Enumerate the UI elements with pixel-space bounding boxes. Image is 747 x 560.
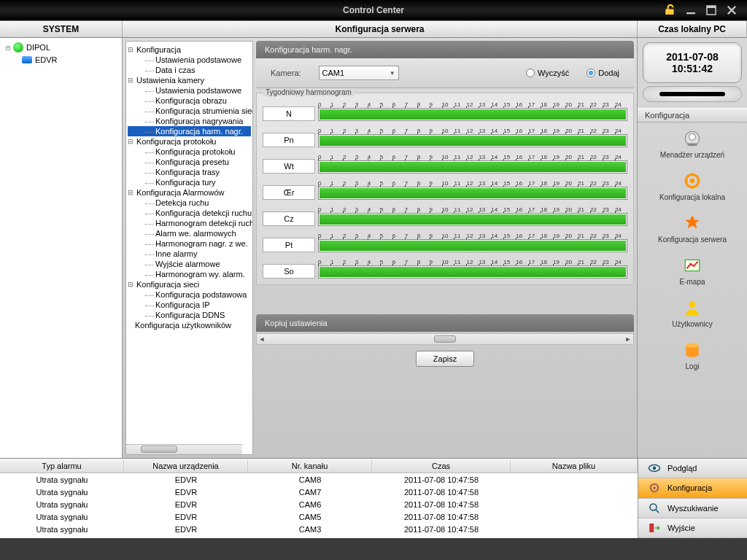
save-button[interactable]: Zapisz [416,351,474,367]
config-tree-item[interactable]: Konfiguracja harm. nagr. [128,126,251,136]
schedule-fill [320,136,626,146]
camera-value: CAM1 [322,69,345,77]
config-tree-label: Konfiguracja protokołu [155,147,235,156]
schedule-title: Tygodniowy harmonogram [263,88,355,96]
nav-preview[interactable]: Podgląd [638,459,747,478]
config-tree-item[interactable]: Ustawienia podstawowe [128,85,251,96]
config-tree-item[interactable]: Harmonogram wy. alarm. [128,269,251,279]
config-tree-item[interactable]: Ustawienia kamery [128,75,251,85]
config-tree-item[interactable]: Harmonogram nagr. z we. [128,238,251,249]
log-h1: Typ alarmu [0,460,124,472]
nav-exit[interactable]: Wyjście [638,518,747,538]
config-tree-item[interactable]: Konfiguracja trasy [128,167,251,177]
config-tree-item[interactable]: Konfiguracja DDNS [128,310,251,320]
log-row[interactable]: Utrata sygnałuEDVRCAM52011-07-08 10:47:5… [0,510,638,523]
nav-label: Konfiguracja [667,483,712,492]
config-tree-label: Konfiguracja trasy [155,168,220,176]
schedule-track[interactable] [318,213,627,226]
log-row[interactable]: Utrata sygnałuEDVRCAM62011-07-08 10:47:5… [0,498,638,510]
config-tree-item[interactable]: Ustawienia podstawowe [128,55,251,65]
config-tree-item[interactable]: Konfiguracja nagrywania [128,116,251,126]
config-tree-item[interactable]: Konfiguracja obrazu [128,96,251,106]
log-cell: Utrata sygnału [0,499,124,510]
schedule-box: Tygodniowy harmonogram N0123456789101112… [256,93,634,285]
config-tree-item[interactable]: Konfiguracja tury [128,177,251,187]
schedule-day-row: Wt01234567891011121314151617181920212223… [263,150,627,174]
schedule-track[interactable] [318,108,627,121]
config-tree-label: Data i czas [155,66,195,74]
schedule-track[interactable] [318,239,627,252]
server-config-icon [682,213,703,233]
maximize-icon[interactable] [705,4,718,17]
device-child[interactable]: EDVR [3,54,119,66]
log-cell: Utrata sygnału [0,524,124,535]
schedule-fill [320,109,626,120]
config-tree-label: Konfiguracja podstawowa [155,290,247,299]
rp-item-server-config[interactable]: Konfiguracja serwera [638,207,747,249]
config-tree-item[interactable]: Konfiguracja IP [128,300,251,310]
schedule-day-row: Pt01234567891011121314151617181920212223… [263,229,627,252]
hour-ticks: 0123456789101112131415161718192021222324 [318,257,627,265]
log-cell: CAM3 [248,524,372,535]
scroll-left-icon[interactable]: ◄ [257,335,267,343]
minimize-icon[interactable] [684,4,697,17]
config-tree-item[interactable]: Harmonogram detekcji ruchu [128,218,251,228]
close-icon[interactable] [725,4,738,17]
rp-item-device-manager[interactable]: Menadżer urządzeń [638,122,747,165]
nav-label: Wyjście [667,524,695,532]
config-tree-item[interactable]: Detekcja ruchu [128,198,251,208]
rp-item-emap[interactable]: E-mapa [638,249,747,292]
schedule-track[interactable] [318,134,627,147]
config-tree-item[interactable]: Wyjście alarmowe [128,259,251,269]
config-tree-label: Konfiguracja Alarmowów [136,188,224,197]
radio-clear-label: Wyczyść [538,69,569,77]
log-row[interactable]: Utrata sygnałuEDVRCAM32011-07-08 10:47:5… [0,523,638,535]
radio-clear[interactable]: Wyczyść [526,69,569,77]
config-tree-item[interactable]: Konfiguracja sieci [128,279,251,289]
content-scrollbar-x[interactable]: ◄ ► [256,333,634,345]
config-tree-item[interactable]: Data i czas [128,65,251,75]
rp-item-users[interactable]: Użytkownicy [638,292,747,334]
config-tree-item[interactable]: Konfiguracja użytkowników [128,320,251,330]
config-tree-item[interactable]: Alarm we. alarmowych [128,228,251,238]
config-tree[interactable]: KonfiguracjaUstawienia podstawoweData i … [125,41,253,455]
scroll-thumb[interactable] [434,335,456,343]
config-tree-item[interactable]: Konfiguracja protokołu [128,147,251,157]
schedule-track[interactable] [318,160,627,174]
log-cell [511,503,638,506]
config-tree-item[interactable]: Konfiguracja podstawowa [128,289,251,300]
config-tree-item[interactable]: Inne alarmy [128,249,251,259]
rp-item-local-config[interactable]: Konfiguracja lokalna [638,165,747,207]
schedule-track[interactable] [318,187,627,200]
svg-point-10 [686,343,698,348]
config-tree-label: Konfiguracja protokołu [136,137,216,146]
log-row[interactable]: Utrata sygnałuEDVRCAM72011-07-08 10:47:5… [0,486,638,498]
rp-item-label: Konfiguracja serwera [658,236,727,244]
log-cell: 2011-07-08 10:47:58 [372,499,511,510]
hour-ticks: 0123456789101112131415161718192021222324 [318,99,627,108]
titlebar: Control Center [0,0,747,20]
config-tree-item[interactable]: Konfiguracja Alarmowów [128,187,251,198]
log-cell: 2011-07-08 10:47:58 [372,486,511,498]
config-tree-item[interactable]: Konfiguracja presetu [128,157,251,167]
nav-config[interactable]: Konfiguracja [638,478,747,498]
camera-select[interactable]: CAM1 [319,66,399,80]
hour-ticks: 0123456789101112131415161718192021222324 [318,178,627,187]
log-row[interactable]: Utrata sygnałuEDVRCAM82011-07-08 10:47:5… [0,473,638,486]
lock-icon[interactable] [664,4,677,17]
day-label: Wt [263,159,315,174]
device-root[interactable]: ⊟ DIPOL [3,41,119,54]
tree-scrollbar-x[interactable] [126,444,242,454]
nav-search[interactable]: Wyszukiwanie [638,499,747,518]
config-tree-item[interactable]: Konfiguracja [128,44,251,55]
radio-add[interactable]: Dodaj [587,69,619,77]
config-tree-item[interactable]: Konfiguracja strumienia sieciowego [128,106,251,116]
config-tree-item[interactable]: Konfiguracja detekcji ruchu [128,208,251,218]
config-tree-label: Detekcja ruchu [155,198,209,207]
config-tree-item[interactable]: Konfiguracja protokołu [128,136,251,147]
nav-label: Podgląd [667,464,697,472]
rp-item-logs[interactable]: Logi [638,334,747,376]
schedule-fill [320,214,626,225]
schedule-track[interactable] [318,265,627,279]
scroll-right-icon[interactable]: ► [623,335,633,343]
